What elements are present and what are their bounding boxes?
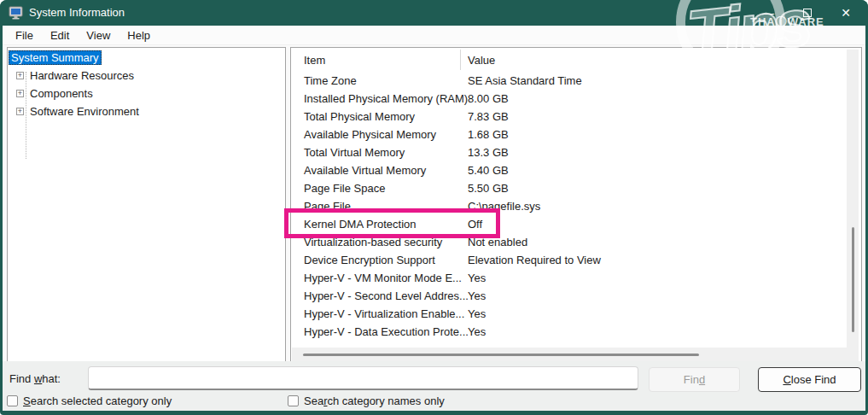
table-row[interactable]: Device Encryption SupportElevation Requi… <box>291 251 861 269</box>
maximize-button-icon[interactable] <box>789 0 826 26</box>
tree-item-label: Software Environment <box>30 105 139 118</box>
list-rows: Time ZoneSE Asia Standard Time Installed… <box>291 72 861 341</box>
close-find-button[interactable]: Close Find <box>758 367 861 392</box>
label-text: Find <box>9 372 34 385</box>
table-row[interactable]: Hyper-V - Data Execution Prote...Yes <box>291 323 861 341</box>
table-row[interactable]: Time ZoneSE Asia Standard Time <box>291 72 861 90</box>
table-row[interactable]: Hyper-V - Virtualization Enable...Yes <box>291 305 861 323</box>
item-cell: Available Physical Memory <box>304 128 436 141</box>
label-mnemonic: S <box>23 395 31 407</box>
column-header-value[interactable]: Value <box>468 54 495 67</box>
window-title: System Information <box>29 6 125 19</box>
value-cell: Yes <box>468 307 486 320</box>
item-cell: Hyper-V - Data Execution Prote... <box>304 325 469 338</box>
list-header: Item Value <box>291 50 861 70</box>
tree-item-label: Hardware Resources <box>30 69 134 82</box>
value-cell: 5.50 GB <box>468 182 509 195</box>
item-cell: Device Encryption Support <box>304 254 435 266</box>
menu-file[interactable]: File <box>7 26 42 44</box>
item-cell: Hyper-V - Virtualization Enable... <box>304 307 464 320</box>
item-cell: Page File Space <box>304 182 385 195</box>
category-tree-pane: System Summary + Hardware Resources + Co… <box>7 47 286 362</box>
details-list-pane: Item Value Time ZoneSE Asia Standard Tim… <box>290 47 862 362</box>
table-row[interactable]: Page File Space5.50 GB <box>291 179 861 197</box>
value-cell: 13.3 GB <box>468 146 509 159</box>
table-row[interactable]: Hyper-V - VM Monitor Mode E...Yes <box>291 269 861 287</box>
button-mnemonic: C <box>783 373 790 386</box>
highlight-annotation-box <box>284 208 500 238</box>
expand-plus-icon[interactable]: + <box>16 72 24 79</box>
search-selected-category-checkbox[interactable] <box>7 395 18 406</box>
tree-item-components[interactable]: + Components <box>8 85 285 102</box>
label-mnemonic: w <box>34 372 42 385</box>
system-information-window: System Information — ✕ File Edit View He… <box>0 0 868 415</box>
value-cell: 8.00 GB <box>468 92 509 105</box>
find-button[interactable]: Find <box>649 367 740 392</box>
tree-item-hardware-resources[interactable]: + Hardware Resources <box>8 67 285 84</box>
item-cell: Total Virtual Memory <box>304 146 405 159</box>
menu-view[interactable]: View <box>78 26 119 44</box>
title-bar: System Information — ✕ <box>0 0 868 26</box>
item-cell: Available Virtual Memory <box>304 164 426 177</box>
button-text: lose Find <box>791 373 836 386</box>
button-mnemonic: d <box>699 373 705 386</box>
horizontal-scrollbar[interactable] <box>292 348 850 362</box>
column-divider[interactable] <box>460 50 461 70</box>
label-text: Sea <box>304 395 323 407</box>
vertical-scrollbar-thumb[interactable] <box>852 227 854 332</box>
value-cell: 5.40 GB <box>468 164 509 177</box>
value-cell: Yes <box>468 325 486 338</box>
item-cell: Installed Physical Memory (RAM) <box>304 92 468 105</box>
table-row[interactable]: Total Physical Memory7.83 GB <box>291 108 861 126</box>
menu-bar: File Edit View Help <box>3 26 865 45</box>
checkbox-label: Search selected category only <box>23 395 172 407</box>
tree-item-system-summary[interactable]: System Summary <box>8 49 285 66</box>
item-cell: Hyper-V - VM Monitor Mode E... <box>304 272 462 284</box>
table-row[interactable]: Available Virtual Memory5.40 GB <box>291 161 861 179</box>
value-cell: 1.68 GB <box>468 128 509 141</box>
search-category-names-option: Search category names only <box>288 395 445 407</box>
label-text: ch category names only <box>327 395 444 407</box>
vertical-scrollbar[interactable] <box>847 50 859 361</box>
value-cell: 7.83 GB <box>468 110 509 123</box>
search-selected-category-option: Search selected category only <box>7 395 172 407</box>
find-bar: Find what: Find Close Find Search select… <box>3 361 865 411</box>
tree-item-label-selected: System Summary <box>9 50 102 65</box>
expand-plus-icon[interactable]: + <box>16 90 24 97</box>
item-cell: Time Zone <box>304 74 357 87</box>
label-text: hat: <box>42 372 61 385</box>
tree-item-software-environment[interactable]: + Software Environment <box>8 102 285 120</box>
table-row[interactable]: Installed Physical Memory (RAM)8.00 GB <box>291 90 861 108</box>
find-what-input[interactable] <box>88 366 638 390</box>
button-text: Fin <box>684 373 699 386</box>
close-button-icon[interactable]: ✕ <box>826 0 865 26</box>
find-what-label: Find what: <box>9 372 61 385</box>
table-row[interactable]: Total Virtual Memory13.3 GB <box>291 143 861 161</box>
tree-item-label: Components <box>30 87 93 100</box>
search-category-names-checkbox[interactable] <box>288 395 299 406</box>
maximize-square-icon <box>803 9 812 17</box>
horizontal-scrollbar-thumb[interactable] <box>303 354 699 356</box>
value-cell: Yes <box>468 272 486 284</box>
label-text: earch selected category only <box>31 395 172 407</box>
item-cell: Hyper-V - Second Level Addres... <box>304 289 469 302</box>
table-row[interactable]: Hyper-V - Second Level Addres...Yes <box>291 287 861 305</box>
column-header-item[interactable]: Item <box>304 54 325 67</box>
value-cell: Elevation Required to View <box>468 254 601 266</box>
item-cell: Total Physical Memory <box>304 110 415 123</box>
expand-plus-icon[interactable]: + <box>16 108 24 115</box>
menu-edit[interactable]: Edit <box>42 26 78 44</box>
value-cell: Yes <box>468 289 486 302</box>
table-row[interactable]: Available Physical Memory1.68 GB <box>291 126 861 143</box>
minimize-button-icon[interactable]: — <box>749 0 787 26</box>
app-icon <box>9 6 23 20</box>
menu-help[interactable]: Help <box>119 26 159 44</box>
value-cell: SE Asia Standard Time <box>468 74 582 87</box>
checkbox-label: Search category names only <box>304 395 445 407</box>
